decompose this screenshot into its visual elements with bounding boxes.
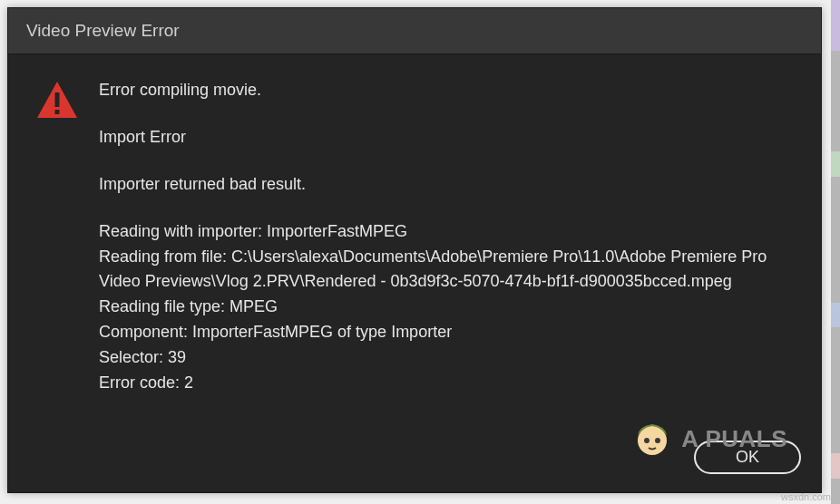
msg-component: Component: ImporterFastMPEG of type Impo…	[99, 320, 794, 345]
dialog-content: Error compiling movie. Import Error Impo…	[8, 54, 821, 441]
dialog-title: Video Preview Error	[26, 21, 180, 40]
msg-bad-result: Importer returned bad result.	[99, 172, 794, 198]
msg-error-compiling: Error compiling movie.	[99, 78, 794, 103]
warning-icon	[35, 107, 79, 122]
msg-reading-importer: Reading with importer: ImporterFastMPEG	[99, 219, 794, 245]
msg-selector: Selector: 39	[99, 345, 794, 371]
dialog-titlebar: Video Preview Error	[8, 8, 821, 54]
error-dialog: Video Preview Error Error compiling movi…	[7, 7, 822, 493]
msg-file-type: Reading file type: MPEG	[99, 295, 794, 320]
ok-button[interactable]: OK	[694, 441, 801, 474]
dialog-icon-column	[35, 78, 99, 123]
footer-url: wsxdn.com	[781, 491, 831, 502]
dialog-message: Error compiling movie. Import Error Impo…	[99, 78, 794, 396]
svg-rect-1	[55, 92, 60, 107]
background-edge-strip	[831, 0, 840, 504]
dialog-button-row: OK	[8, 441, 821, 492]
svg-rect-2	[55, 110, 60, 114]
msg-reading-file: Reading from file: C:\Users\alexa\Docume…	[99, 245, 794, 296]
msg-error-code: Error code: 2	[99, 371, 794, 396]
msg-import-error: Import Error	[99, 125, 794, 150]
